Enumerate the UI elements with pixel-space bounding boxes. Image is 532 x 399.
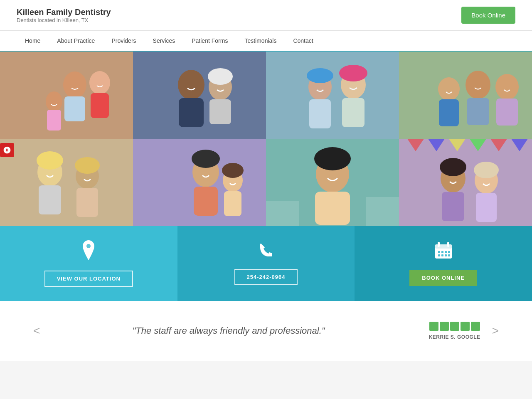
- svg-rect-56: [399, 139, 532, 226]
- cta-location: VIEW OUR LOCATION: [0, 226, 177, 301]
- photo-cell-5: [0, 139, 133, 226]
- cta-book: BOOK ONLINE: [355, 226, 532, 301]
- svg-point-6: [46, 91, 62, 111]
- svg-rect-3: [64, 96, 85, 121]
- star-rating: [429, 322, 480, 331]
- svg-point-43: [192, 150, 220, 168]
- svg-point-64: [440, 158, 466, 176]
- svg-rect-33: [0, 139, 133, 226]
- cta-phone: 254-242-0964: [177, 226, 355, 301]
- testimonial-quote: "The staff are always friendly and profe…: [40, 325, 417, 336]
- svg-rect-36: [39, 185, 61, 214]
- nav-testimonials[interactable]: Testimonials: [236, 31, 285, 51]
- prev-arrow[interactable]: <: [33, 324, 40, 337]
- nav-patient-forms[interactable]: Patient Forms: [183, 31, 236, 51]
- photo-cell-6: [133, 139, 266, 226]
- star-5: [471, 322, 480, 331]
- svg-rect-7: [47, 110, 61, 131]
- svg-rect-29: [467, 98, 489, 125]
- star-2: [440, 322, 449, 331]
- svg-rect-77: [448, 251, 450, 253]
- svg-rect-53: [266, 201, 299, 226]
- svg-point-46: [222, 163, 244, 178]
- svg-point-38: [75, 157, 100, 174]
- svg-rect-47: [224, 191, 241, 216]
- svg-rect-79: [441, 254, 443, 256]
- svg-rect-44: [194, 187, 218, 216]
- svg-rect-75: [441, 251, 443, 253]
- svg-rect-52: [315, 192, 350, 225]
- svg-rect-11: [179, 98, 204, 127]
- svg-point-28: [466, 71, 490, 99]
- svg-rect-68: [476, 193, 497, 222]
- testimonial-section: < "The staff are always friendly and pro…: [0, 301, 532, 361]
- photo-cell-3: [266, 52, 399, 139]
- book-online-button[interactable]: BOOK ONLINE: [409, 270, 477, 286]
- site-header: Killeen Family Dentistry Dentists locate…: [0, 0, 532, 31]
- brand-name: Killeen Family Dentistry: [17, 7, 111, 17]
- svg-rect-31: [496, 99, 518, 126]
- photo-cell-2: [133, 52, 266, 139]
- svg-rect-80: [445, 254, 447, 256]
- testimonial-meta: KERRIE S. GOOGLE: [417, 322, 492, 340]
- header-book-button[interactable]: Book Online: [461, 7, 515, 24]
- svg-rect-14: [209, 99, 231, 124]
- svg-rect-76: [445, 251, 447, 253]
- svg-point-51: [314, 147, 351, 170]
- next-arrow[interactable]: >: [492, 324, 499, 337]
- photo-cell-4: [399, 52, 532, 139]
- star-3: [450, 322, 459, 331]
- photo-cell-7: [266, 139, 399, 226]
- star-1: [429, 322, 438, 331]
- svg-rect-81: [448, 254, 450, 256]
- location-button[interactable]: VIEW OUR LOCATION: [44, 271, 133, 287]
- svg-point-67: [474, 162, 499, 178]
- svg-rect-54: [366, 197, 399, 226]
- phone-icon: [258, 242, 274, 262]
- nav-contact[interactable]: Contact: [285, 31, 321, 51]
- nav-about-practice[interactable]: About Practice: [49, 31, 103, 51]
- brand: Killeen Family Dentistry Dentists locate…: [17, 7, 111, 23]
- phone-button[interactable]: 254-242-0964: [234, 269, 298, 285]
- svg-point-4: [89, 71, 110, 94]
- svg-rect-23: [266, 52, 399, 139]
- svg-rect-39: [76, 188, 98, 217]
- brand-subtitle: Dentists located in Killeen, TX: [17, 17, 111, 23]
- nav-providers[interactable]: Providers: [103, 31, 144, 51]
- svg-point-13: [208, 68, 233, 85]
- yelp-badge[interactable]: [0, 143, 14, 157]
- svg-rect-74: [438, 251, 440, 253]
- nav-services[interactable]: Services: [145, 31, 184, 51]
- reviewer-name: KERRIE S. GOOGLE: [429, 334, 480, 340]
- location-icon: [80, 240, 97, 264]
- cta-strip: VIEW OUR LOCATION 254-242-0964: [0, 226, 532, 301]
- svg-rect-5: [91, 93, 109, 118]
- calendar-icon: [434, 241, 453, 263]
- nav-home[interactable]: Home: [17, 31, 49, 51]
- svg-point-10: [178, 70, 204, 100]
- svg-point-35: [37, 151, 63, 170]
- photo-cell-1: [0, 52, 133, 139]
- svg-point-69: [86, 244, 91, 248]
- svg-rect-73: [447, 242, 449, 247]
- svg-point-2: [63, 71, 86, 98]
- svg-rect-72: [438, 242, 440, 247]
- svg-rect-78: [438, 254, 440, 256]
- star-4: [461, 322, 470, 331]
- svg-point-30: [495, 74, 519, 100]
- svg-rect-1: [0, 52, 133, 139]
- photo-grid: [0, 52, 532, 226]
- svg-rect-27: [439, 99, 459, 126]
- photo-cell-8: [399, 139, 532, 226]
- svg-rect-65: [442, 192, 464, 221]
- svg-point-26: [438, 77, 460, 101]
- main-nav: Home About Practice Providers Services P…: [0, 31, 532, 52]
